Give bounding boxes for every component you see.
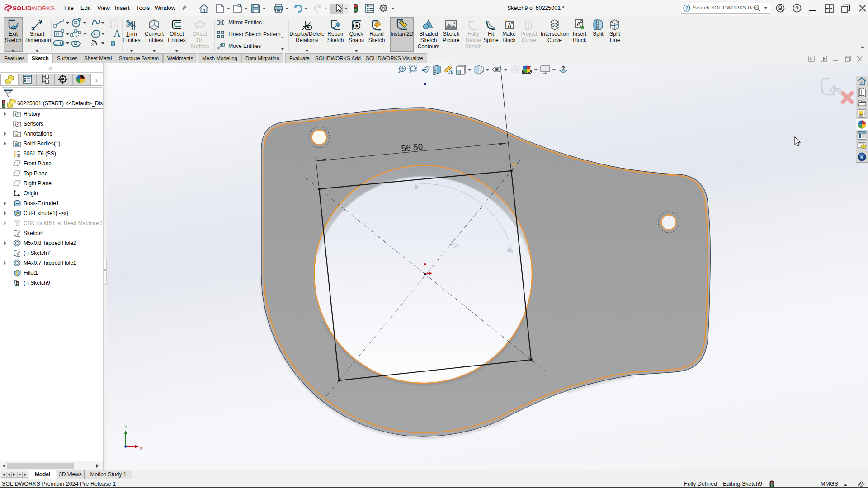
svg-text:A: A	[577, 21, 581, 27]
svg-text:A: A	[448, 68, 453, 75]
svg-text:X: X	[140, 446, 142, 450]
svg-text:A: A	[113, 28, 120, 39]
svg-text:?: ?	[795, 5, 799, 12]
svg-text:A: A	[16, 133, 19, 137]
svg-text:Y: Y	[124, 425, 127, 429]
svg-text:56.50: 56.50	[401, 142, 423, 153]
svg-text:?: ?	[685, 6, 688, 11]
